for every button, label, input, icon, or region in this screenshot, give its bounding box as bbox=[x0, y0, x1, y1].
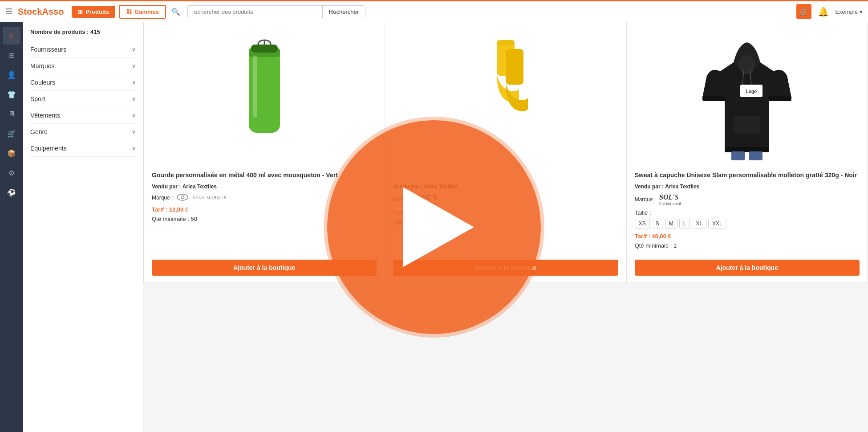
topbar-right: 🛒 🔔 Exemple ▾ bbox=[796, 4, 863, 19]
filter-genre: Genre ∨ bbox=[30, 124, 136, 140]
svg-rect-20 bbox=[731, 151, 745, 160]
product-info: Sweat à capuche Unisexe Slam personnalis… bbox=[627, 165, 868, 253]
product-image: Logo bbox=[627, 22, 868, 165]
svg-rect-4 bbox=[251, 45, 278, 53]
product-brand: Marque : SOL'S the fair spirit bbox=[635, 193, 860, 206]
sidebar-item-box[interactable]: 📦 bbox=[3, 144, 20, 162]
sidebar-item-home[interactable]: ⌂ bbox=[3, 27, 20, 45]
sidebar-item-gear[interactable]: ⚙ bbox=[3, 164, 20, 182]
logo: StockAsso bbox=[18, 7, 64, 17]
grid-icon: ⊞ bbox=[78, 8, 83, 15]
filter-fournisseurs-header[interactable]: Fournisseurs ∨ bbox=[30, 41, 136, 57]
sidebar-item-sports[interactable]: ⚽ bbox=[3, 183, 20, 201]
size-xl-button[interactable]: XL bbox=[692, 219, 706, 228]
svg-rect-9 bbox=[497, 40, 515, 45]
size-s-button[interactable]: S bbox=[652, 219, 663, 228]
product-image-svg bbox=[224, 31, 304, 156]
user-button[interactable]: Exemple ▾ bbox=[835, 8, 863, 15]
svg-rect-16 bbox=[702, 96, 726, 101]
filter-marques-header[interactable]: Marques ∨ bbox=[30, 58, 136, 74]
product-image bbox=[144, 22, 385, 165]
svg-rect-19 bbox=[734, 116, 760, 134]
svg-point-6 bbox=[177, 194, 188, 200]
chevron-down-icon: ∨ bbox=[132, 63, 136, 69]
sidebar-item-tshirt[interactable]: 👕 bbox=[3, 86, 20, 103]
filter-marques: Marques ∨ bbox=[30, 58, 136, 74]
chevron-down-icon: ∨ bbox=[132, 96, 136, 102]
sans-marque-icon bbox=[176, 193, 189, 203]
chevron-down-icon: ∨ bbox=[132, 112, 136, 118]
product-card: Logo bbox=[627, 22, 868, 282]
filter-couleurs: Couleurs ∨ bbox=[30, 74, 136, 91]
gammes-icon: ⛓ bbox=[126, 8, 132, 15]
product-price: Tarif : 40,00 € bbox=[635, 233, 860, 240]
size-l-button[interactable]: L bbox=[679, 219, 690, 228]
size-options: XS S M L XL XXL bbox=[635, 219, 860, 228]
topbar: ☰ StockAsso ⊞ Produits ⛓ Gammes 🔍 Recher… bbox=[0, 0, 868, 22]
filter-equipements: Equipements ∨ bbox=[30, 140, 136, 157]
product-seller: Vendu par : Arlea Textiles bbox=[635, 183, 860, 190]
chevron-down-icon: ∨ bbox=[132, 79, 136, 86]
filter-sport-header[interactable]: Sport ∨ bbox=[30, 91, 136, 107]
chevron-down-icon: ∨ bbox=[132, 129, 136, 135]
sidebar-item-users[interactable]: 👤 bbox=[3, 66, 20, 84]
chevron-down-icon: ▾ bbox=[860, 8, 863, 15]
chevron-down-icon: ∨ bbox=[132, 145, 136, 151]
filter-fournisseurs: Fournisseurs ∨ bbox=[30, 41, 136, 58]
sidebar-icons: ⌂ ⊞ 👤 👕 🖥 🛒 📦 ⚙ ⚽ bbox=[0, 22, 23, 432]
svg-rect-17 bbox=[768, 96, 791, 101]
gammes-button[interactable]: ⛓ Gammes bbox=[119, 5, 166, 19]
sidebar-item-grid[interactable]: ⊞ bbox=[3, 46, 20, 64]
taille-label: Taille : bbox=[635, 209, 860, 216]
hamburger-icon[interactable]: ☰ bbox=[5, 7, 12, 16]
cart-button[interactable]: 🛒 bbox=[796, 4, 811, 19]
svg-point-11 bbox=[739, 55, 755, 74]
filter-couleurs-header[interactable]: Couleurs ∨ bbox=[30, 74, 136, 90]
search-icon: 🔍 bbox=[171, 8, 180, 16]
filter-sidebar: Nombre de produits : 415 Fournisseurs ∨ … bbox=[23, 22, 143, 432]
svg-rect-18 bbox=[725, 147, 769, 152]
add-to-boutique-button[interactable]: Ajouter à la boutique bbox=[635, 260, 860, 276]
product-title: Sweat à capuche Unisexe Slam personnalis… bbox=[635, 171, 860, 180]
product-min-qty: Qté minimale : 1 bbox=[635, 242, 860, 249]
filter-genre-header[interactable]: Genre ∨ bbox=[30, 124, 136, 140]
svg-rect-10 bbox=[506, 49, 523, 85]
sidebar-item-screen[interactable]: 🖥 bbox=[3, 105, 20, 123]
svg-text:Logo: Logo bbox=[746, 89, 757, 94]
filter-vetements-header[interactable]: Vêtements ∨ bbox=[30, 107, 136, 123]
sidebar-item-cart[interactable]: 🛒 bbox=[3, 125, 20, 143]
filter-sport: Sport ∨ bbox=[30, 91, 136, 107]
products-button[interactable]: ⊞ Produits bbox=[72, 6, 115, 18]
svg-point-7 bbox=[181, 196, 184, 199]
bell-icon[interactable]: 🔔 bbox=[818, 6, 829, 17]
play-icon bbox=[403, 187, 474, 267]
search-bar: Rechercher bbox=[187, 5, 365, 18]
chevron-down-icon: ∨ bbox=[132, 46, 136, 53]
filter-vetements: Vêtements ∨ bbox=[30, 107, 136, 124]
play-button[interactable] bbox=[327, 120, 541, 334]
product-image-svg: Logo bbox=[698, 27, 796, 160]
svg-rect-5 bbox=[253, 56, 257, 118]
size-xxl-button[interactable]: XXL bbox=[708, 219, 726, 228]
search-input[interactable] bbox=[188, 6, 322, 18]
size-m-button[interactable]: M bbox=[665, 219, 677, 228]
size-xs-button[interactable]: XS bbox=[635, 219, 650, 228]
svg-rect-21 bbox=[749, 151, 763, 160]
product-count: Nombre de produits : 415 bbox=[30, 29, 136, 35]
filter-equipements-header[interactable]: Equipements ∨ bbox=[30, 140, 136, 156]
search-button[interactable]: Rechercher bbox=[322, 6, 365, 18]
